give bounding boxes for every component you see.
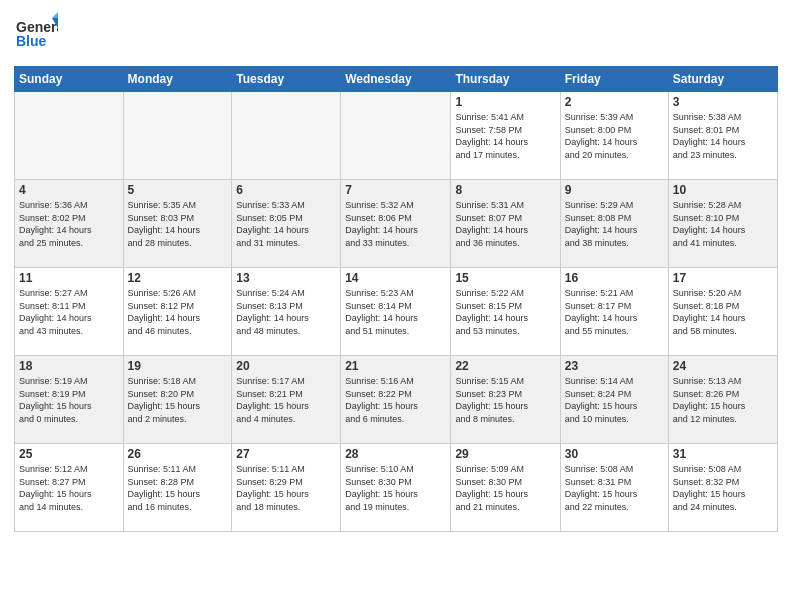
calendar-cell: 31Sunrise: 5:08 AM Sunset: 8:32 PM Dayli… (668, 444, 777, 532)
calendar-cell: 1Sunrise: 5:41 AM Sunset: 7:58 PM Daylig… (451, 92, 560, 180)
logo: General Blue (14, 10, 58, 58)
day-of-week-header: Friday (560, 67, 668, 92)
calendar-cell: 26Sunrise: 5:11 AM Sunset: 8:28 PM Dayli… (123, 444, 232, 532)
day-info: Sunrise: 5:20 AM Sunset: 8:18 PM Dayligh… (673, 287, 773, 337)
calendar-week-row: 18Sunrise: 5:19 AM Sunset: 8:19 PM Dayli… (15, 356, 778, 444)
day-number: 7 (345, 183, 446, 197)
day-number: 1 (455, 95, 555, 109)
calendar-cell: 7Sunrise: 5:32 AM Sunset: 8:06 PM Daylig… (341, 180, 451, 268)
calendar-week-row: 11Sunrise: 5:27 AM Sunset: 8:11 PM Dayli… (15, 268, 778, 356)
calendar-cell: 2Sunrise: 5:39 AM Sunset: 8:00 PM Daylig… (560, 92, 668, 180)
day-number: 18 (19, 359, 119, 373)
calendar-cell (232, 92, 341, 180)
calendar-cell: 14Sunrise: 5:23 AM Sunset: 8:14 PM Dayli… (341, 268, 451, 356)
calendar-cell: 15Sunrise: 5:22 AM Sunset: 8:15 PM Dayli… (451, 268, 560, 356)
day-info: Sunrise: 5:32 AM Sunset: 8:06 PM Dayligh… (345, 199, 446, 249)
day-info: Sunrise: 5:10 AM Sunset: 8:30 PM Dayligh… (345, 463, 446, 513)
calendar-cell: 10Sunrise: 5:28 AM Sunset: 8:10 PM Dayli… (668, 180, 777, 268)
day-info: Sunrise: 5:17 AM Sunset: 8:21 PM Dayligh… (236, 375, 336, 425)
svg-marker-3 (52, 12, 58, 18)
calendar-cell: 13Sunrise: 5:24 AM Sunset: 8:13 PM Dayli… (232, 268, 341, 356)
day-info: Sunrise: 5:18 AM Sunset: 8:20 PM Dayligh… (128, 375, 228, 425)
day-info: Sunrise: 5:41 AM Sunset: 7:58 PM Dayligh… (455, 111, 555, 161)
day-number: 30 (565, 447, 664, 461)
day-number: 9 (565, 183, 664, 197)
calendar-cell: 3Sunrise: 5:38 AM Sunset: 8:01 PM Daylig… (668, 92, 777, 180)
day-of-week-header: Sunday (15, 67, 124, 92)
logo-icon: General Blue (14, 10, 58, 54)
calendar-cell: 21Sunrise: 5:16 AM Sunset: 8:22 PM Dayli… (341, 356, 451, 444)
calendar-week-row: 1Sunrise: 5:41 AM Sunset: 7:58 PM Daylig… (15, 92, 778, 180)
calendar-cell: 25Sunrise: 5:12 AM Sunset: 8:27 PM Dayli… (15, 444, 124, 532)
calendar-cell: 17Sunrise: 5:20 AM Sunset: 8:18 PM Dayli… (668, 268, 777, 356)
day-info: Sunrise: 5:13 AM Sunset: 8:26 PM Dayligh… (673, 375, 773, 425)
calendar-cell: 19Sunrise: 5:18 AM Sunset: 8:20 PM Dayli… (123, 356, 232, 444)
day-info: Sunrise: 5:28 AM Sunset: 8:10 PM Dayligh… (673, 199, 773, 249)
day-info: Sunrise: 5:24 AM Sunset: 8:13 PM Dayligh… (236, 287, 336, 337)
day-number: 4 (19, 183, 119, 197)
calendar-cell (341, 92, 451, 180)
day-number: 11 (19, 271, 119, 285)
calendar-cell (15, 92, 124, 180)
day-number: 10 (673, 183, 773, 197)
calendar-cell: 9Sunrise: 5:29 AM Sunset: 8:08 PM Daylig… (560, 180, 668, 268)
day-of-week-header: Monday (123, 67, 232, 92)
day-number: 26 (128, 447, 228, 461)
day-number: 31 (673, 447, 773, 461)
day-number: 13 (236, 271, 336, 285)
day-number: 27 (236, 447, 336, 461)
day-number: 5 (128, 183, 228, 197)
day-number: 6 (236, 183, 336, 197)
day-info: Sunrise: 5:21 AM Sunset: 8:17 PM Dayligh… (565, 287, 664, 337)
day-number: 12 (128, 271, 228, 285)
day-info: Sunrise: 5:29 AM Sunset: 8:08 PM Dayligh… (565, 199, 664, 249)
day-info: Sunrise: 5:35 AM Sunset: 8:03 PM Dayligh… (128, 199, 228, 249)
day-info: Sunrise: 5:14 AM Sunset: 8:24 PM Dayligh… (565, 375, 664, 425)
day-of-week-header: Thursday (451, 67, 560, 92)
calendar-cell: 16Sunrise: 5:21 AM Sunset: 8:17 PM Dayli… (560, 268, 668, 356)
day-number: 15 (455, 271, 555, 285)
calendar-header-row: SundayMondayTuesdayWednesdayThursdayFrid… (15, 67, 778, 92)
day-of-week-header: Wednesday (341, 67, 451, 92)
page: General Blue SundayMondayTuesdayWednesda… (0, 0, 792, 612)
calendar-cell: 24Sunrise: 5:13 AM Sunset: 8:26 PM Dayli… (668, 356, 777, 444)
day-info: Sunrise: 5:26 AM Sunset: 8:12 PM Dayligh… (128, 287, 228, 337)
svg-text:Blue: Blue (16, 33, 47, 49)
day-number: 22 (455, 359, 555, 373)
day-number: 25 (19, 447, 119, 461)
day-info: Sunrise: 5:39 AM Sunset: 8:00 PM Dayligh… (565, 111, 664, 161)
day-info: Sunrise: 5:36 AM Sunset: 8:02 PM Dayligh… (19, 199, 119, 249)
day-info: Sunrise: 5:08 AM Sunset: 8:31 PM Dayligh… (565, 463, 664, 513)
calendar-cell: 12Sunrise: 5:26 AM Sunset: 8:12 PM Dayli… (123, 268, 232, 356)
day-number: 8 (455, 183, 555, 197)
day-info: Sunrise: 5:27 AM Sunset: 8:11 PM Dayligh… (19, 287, 119, 337)
day-number: 29 (455, 447, 555, 461)
day-info: Sunrise: 5:12 AM Sunset: 8:27 PM Dayligh… (19, 463, 119, 513)
day-number: 2 (565, 95, 664, 109)
calendar-cell: 23Sunrise: 5:14 AM Sunset: 8:24 PM Dayli… (560, 356, 668, 444)
day-info: Sunrise: 5:15 AM Sunset: 8:23 PM Dayligh… (455, 375, 555, 425)
calendar-cell: 30Sunrise: 5:08 AM Sunset: 8:31 PM Dayli… (560, 444, 668, 532)
day-number: 19 (128, 359, 228, 373)
day-number: 17 (673, 271, 773, 285)
calendar-cell (123, 92, 232, 180)
calendar-cell: 8Sunrise: 5:31 AM Sunset: 8:07 PM Daylig… (451, 180, 560, 268)
day-info: Sunrise: 5:38 AM Sunset: 8:01 PM Dayligh… (673, 111, 773, 161)
calendar-cell: 6Sunrise: 5:33 AM Sunset: 8:05 PM Daylig… (232, 180, 341, 268)
day-info: Sunrise: 5:33 AM Sunset: 8:05 PM Dayligh… (236, 199, 336, 249)
day-info: Sunrise: 5:31 AM Sunset: 8:07 PM Dayligh… (455, 199, 555, 249)
calendar-cell: 20Sunrise: 5:17 AM Sunset: 8:21 PM Dayli… (232, 356, 341, 444)
calendar-cell: 22Sunrise: 5:15 AM Sunset: 8:23 PM Dayli… (451, 356, 560, 444)
day-number: 21 (345, 359, 446, 373)
day-of-week-header: Tuesday (232, 67, 341, 92)
day-of-week-header: Saturday (668, 67, 777, 92)
day-info: Sunrise: 5:16 AM Sunset: 8:22 PM Dayligh… (345, 375, 446, 425)
day-number: 14 (345, 271, 446, 285)
day-info: Sunrise: 5:08 AM Sunset: 8:32 PM Dayligh… (673, 463, 773, 513)
day-info: Sunrise: 5:09 AM Sunset: 8:30 PM Dayligh… (455, 463, 555, 513)
header: General Blue (14, 10, 778, 58)
calendar-cell: 5Sunrise: 5:35 AM Sunset: 8:03 PM Daylig… (123, 180, 232, 268)
day-number: 20 (236, 359, 336, 373)
calendar-cell: 27Sunrise: 5:11 AM Sunset: 8:29 PM Dayli… (232, 444, 341, 532)
day-number: 16 (565, 271, 664, 285)
